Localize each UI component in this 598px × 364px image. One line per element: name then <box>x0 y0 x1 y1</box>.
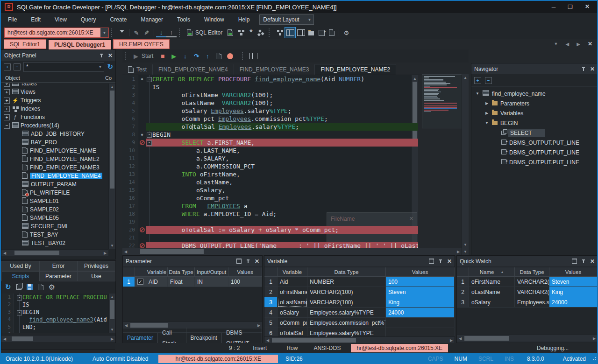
column-values[interactable]: Values <box>228 267 262 276</box>
maximize-icon[interactable] <box>572 259 577 264</box>
cell-value[interactable]: Steven <box>386 287 455 297</box>
row-number[interactable]: 2 <box>457 287 469 297</box>
object-tree-scrollbar[interactable]: ▲ ▼ <box>108 84 115 249</box>
code-line-5[interactable]: oSalary Employees.salary%TYPE; <box>146 107 418 115</box>
tree-item-test_bay02[interactable]: TEST_BAY02 <box>1 239 108 247</box>
cell-datatype[interactable]: VARCHAR2(100) <box>307 287 386 297</box>
code-line-1[interactable]: -CREATE OR REPLACE PROCEDU <box>16 294 108 301</box>
copy-icon[interactable] <box>16 284 21 290</box>
cell-variable[interactable]: oComm_pct <box>278 318 307 328</box>
code-line-3[interactable]: -BEGIN <box>16 308 108 316</box>
variable-row-ofirstname[interactable]: 2oFirstNameVARCHAR2(100)Steven <box>264 287 455 297</box>
tab-privileges[interactable]: Privileges <box>78 261 115 271</box>
tree-item-pl_writefile[interactable]: PL_WRITEFILE <box>1 189 108 197</box>
code-line-4[interactable]: oLastName VARCHAR2(100); <box>146 99 418 107</box>
code-line-11[interactable]: a.SALARY, <box>146 154 418 162</box>
settings-icon[interactable]: ⚙ <box>341 28 351 38</box>
cell[interactable]: IN <box>195 277 228 287</box>
maximize-icon[interactable] <box>429 259 434 264</box>
variable-row-osalary[interactable]: 4oSalaryEmployees.salary%TYPE24000 <box>264 308 455 318</box>
code-line-3[interactable]: oFirstName VARCHAR2(100); <box>146 91 418 99</box>
cell-value[interactable]: 24000 <box>386 308 455 317</box>
code-line-9[interactable]: - SELECT a.FIRST_NAME, <box>146 139 418 147</box>
export-icon[interactable] <box>316 28 327 38</box>
tree-item-find_employee_name2[interactable]: FIND_EMPLOYEE_NAME2 <box>1 155 108 163</box>
cell[interactable]: 100 <box>228 277 262 287</box>
pin-icon[interactable] <box>439 259 442 264</box>
close-icon[interactable]: ✕ <box>590 259 595 264</box>
script-hscrollbar[interactable]: ◀▶ <box>1 335 115 342</box>
pin-icon[interactable] <box>582 259 585 264</box>
code-line-2[interactable]: IS <box>16 301 108 308</box>
collapse-icon[interactable]: − <box>4 123 10 129</box>
tree-group-procedures-14-[interactable]: −Procedures(14) <box>1 121 108 130</box>
row-number[interactable]: 1 <box>123 277 135 287</box>
tree-item-bay_pro[interactable]: BAY_PRO <box>1 138 108 147</box>
collapse-all-icon[interactable]: − <box>485 77 492 84</box>
menu-file[interactable]: File <box>1 13 24 26</box>
column-values[interactable]: Values <box>386 267 455 276</box>
breakpoint-icon[interactable] <box>140 243 145 248</box>
panel-layout-icon[interactable] <box>248 51 259 61</box>
tab-scripts[interactable]: Scripts <box>1 271 40 281</box>
schema-browser-icon[interactable] <box>235 28 246 38</box>
cell-value[interactable]: 24000 <box>549 297 598 307</box>
variable-row-ocomm_pct[interactable]: 5oComm_pctEmployees.commission_pct%TYPE <box>264 318 455 328</box>
tab-parameter[interactable]: Parameter <box>123 333 158 343</box>
column-datatype[interactable]: Data Type <box>307 267 386 276</box>
code-line-12[interactable]: a.COMMISSION_PCT <box>146 162 418 170</box>
expand-icon[interactable]: + <box>4 106 10 112</box>
watch-row-olastname[interactable]: 2oLastNameVARCHAR2(100)King <box>457 287 598 297</box>
cell-datatype[interactable]: VARCHAR2(100) <box>515 287 549 297</box>
navigator-item-variables[interactable]: ▶Variables <box>475 108 598 118</box>
chevron-collapsed-icon[interactable]: ▶ <box>484 111 489 115</box>
column-variable[interactable]: Variable <box>278 267 307 276</box>
tab-use[interactable]: Use <box>78 271 115 281</box>
debugger-icon[interactable]: * <box>246 28 256 38</box>
tree-item-sample05[interactable]: SAMPLE05 <box>1 214 108 222</box>
tab-close-icon[interactable]: ✕ <box>588 41 592 47</box>
navigator-item-dbms-output-put-line[interactable]: DBMS_OUTPUT.PUT_LINE <box>475 157 598 167</box>
column-comment[interactable]: Co <box>105 75 112 81</box>
tree-item-add_job_history[interactable]: ADD_JOB_HISTORY <box>1 130 108 138</box>
cell-datatype[interactable]: VARCHAR2(100) <box>307 297 386 307</box>
sql-build-icon[interactable] <box>327 28 337 38</box>
tree-item-test_bay[interactable]: TEST_BAY <box>1 231 108 239</box>
pin-icon[interactable] <box>582 67 585 71</box>
rollback-icon[interactable]: ↑ <box>166 28 177 37</box>
column-name[interactable]: Name ▲ <box>469 267 515 276</box>
tree-group-triggers[interactable]: +⚡Triggers <box>1 96 108 105</box>
window-flow-icon[interactable] <box>274 28 285 38</box>
tree-group-indexes[interactable]: +Indexes <box>1 105 108 113</box>
tab-prev-icon[interactable]: ◀ <box>566 42 570 47</box>
code-line-17[interactable]: FROM EMPLOYEES a <box>146 202 418 210</box>
new-sql-icon[interactable] <box>225 28 235 38</box>
column-io[interactable]: Input/Output <box>195 267 228 276</box>
menu-window[interactable]: Window <box>197 13 231 26</box>
doc-tab-3[interactable]: HR.EMPLOYEES <box>113 39 170 49</box>
code-line-5[interactable]: END; <box>16 323 108 331</box>
code-line-16[interactable]: oComm_pct <box>146 194 418 202</box>
column-object[interactable]: Object <box>5 75 20 81</box>
navigator-item-begin[interactable]: ▼BEGIN <box>475 118 598 128</box>
expand-all-icon[interactable]: + <box>474 77 481 84</box>
refresh-icon[interactable]: ↻ <box>107 63 113 71</box>
cell-name[interactable]: oSalary <box>469 297 515 307</box>
script-editor[interactable]: 123456-CREATE OR REPLACE PROCEDUIS-BEGIN… <box>1 294 108 333</box>
column-datatype[interactable]: Data Type <box>168 267 195 276</box>
tree-item-output_param[interactable]: OUTPUT_PARAM <box>1 180 108 189</box>
folder-user-icon[interactable] <box>306 28 316 38</box>
cell[interactable]: Float <box>168 277 195 287</box>
expand-icon[interactable]: + <box>4 89 10 95</box>
script-settings-icon[interactable]: ⚙ <box>49 283 55 292</box>
tab-used-by[interactable]: Used By <box>1 261 40 271</box>
resize-grip[interactable] <box>591 357 596 361</box>
code-line-20[interactable]: oTotalSal := oSalary + oSalary * oComm_p… <box>146 226 418 234</box>
pin-icon[interactable] <box>100 53 103 58</box>
tab-error[interactable]: Error <box>40 261 78 271</box>
panel-left-icon[interactable] <box>285 27 296 38</box>
code-line-4[interactable]: find_employee_name3(Aid <box>16 316 108 323</box>
close-icon[interactable]: ✕ <box>447 259 452 264</box>
parameter-row[interactable]: 1✓AIDFloatIN100 <box>123 277 262 287</box>
code-line-6[interactable]: oComm_pct Employees.commission_pct%TYPE; <box>146 115 418 123</box>
